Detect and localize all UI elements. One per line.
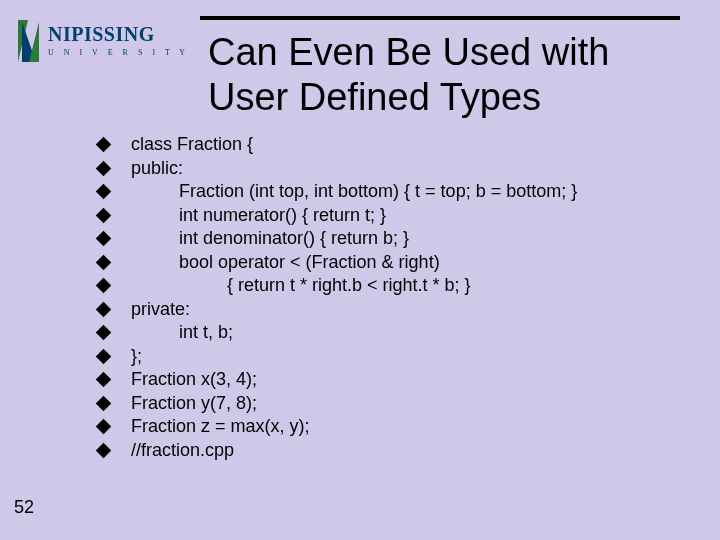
diamond-bullet-icon bbox=[96, 278, 112, 294]
logo-subtitle: U N I V E R S I T Y bbox=[48, 48, 189, 57]
code-text: public: bbox=[131, 158, 183, 179]
diamond-bullet-icon bbox=[96, 184, 112, 200]
diamond-bullet-icon bbox=[96, 231, 112, 247]
code-line: Fraction x(3, 4); bbox=[98, 369, 698, 390]
code-line: int t, b; bbox=[98, 322, 698, 343]
page-number: 52 bbox=[14, 497, 34, 518]
code-line: int numerator() { return t; } bbox=[98, 205, 698, 226]
code-text: Fraction x(3, 4); bbox=[131, 369, 257, 390]
diamond-bullet-icon bbox=[96, 137, 112, 153]
code-block: class Fraction {public:Fraction (int top… bbox=[98, 134, 698, 463]
code-line: int denominator() { return b; } bbox=[98, 228, 698, 249]
logo-name: NIPISSING bbox=[48, 23, 189, 46]
code-text: //fraction.cpp bbox=[131, 440, 234, 461]
code-text: Fraction z = max(x, y); bbox=[131, 416, 310, 437]
code-text: { return t * right.b < right.t * b; } bbox=[131, 275, 471, 296]
diamond-bullet-icon bbox=[96, 207, 112, 223]
diamond-bullet-icon bbox=[96, 348, 112, 364]
code-line: Fraction z = max(x, y); bbox=[98, 416, 698, 437]
diamond-bullet-icon bbox=[96, 301, 112, 317]
code-text: Fraction (int top, int bottom) { t = top… bbox=[131, 181, 577, 202]
code-text: bool operator < (Fraction & right) bbox=[131, 252, 440, 273]
diamond-bullet-icon bbox=[96, 442, 112, 458]
slide-title: Can Even Be Used with User Defined Types bbox=[208, 30, 688, 120]
diamond-bullet-icon bbox=[96, 254, 112, 270]
code-line: Fraction (int top, int bottom) { t = top… bbox=[98, 181, 698, 202]
code-text: }; bbox=[131, 346, 142, 367]
code-text: int t, b; bbox=[131, 322, 233, 343]
diamond-bullet-icon bbox=[96, 160, 112, 176]
code-text: int denominator() { return b; } bbox=[131, 228, 409, 249]
logo-mark-icon bbox=[14, 12, 44, 68]
diamond-bullet-icon bbox=[96, 395, 112, 411]
code-line: { return t * right.b < right.t * b; } bbox=[98, 275, 698, 296]
diamond-bullet-icon bbox=[96, 325, 112, 341]
code-text: Fraction y(7, 8); bbox=[131, 393, 257, 414]
code-line: private: bbox=[98, 299, 698, 320]
code-line: }; bbox=[98, 346, 698, 367]
diamond-bullet-icon bbox=[96, 419, 112, 435]
code-line: class Fraction { bbox=[98, 134, 698, 155]
code-line: public: bbox=[98, 158, 698, 179]
horizontal-rule bbox=[200, 16, 680, 20]
diamond-bullet-icon bbox=[96, 372, 112, 388]
university-logo: NIPISSING U N I V E R S I T Y bbox=[14, 12, 189, 68]
code-text: int numerator() { return t; } bbox=[131, 205, 386, 226]
code-text: class Fraction { bbox=[131, 134, 253, 155]
code-text: private: bbox=[131, 299, 190, 320]
code-line: bool operator < (Fraction & right) bbox=[98, 252, 698, 273]
code-line: Fraction y(7, 8); bbox=[98, 393, 698, 414]
svg-marker-2 bbox=[29, 22, 39, 62]
code-line: //fraction.cpp bbox=[98, 440, 698, 461]
